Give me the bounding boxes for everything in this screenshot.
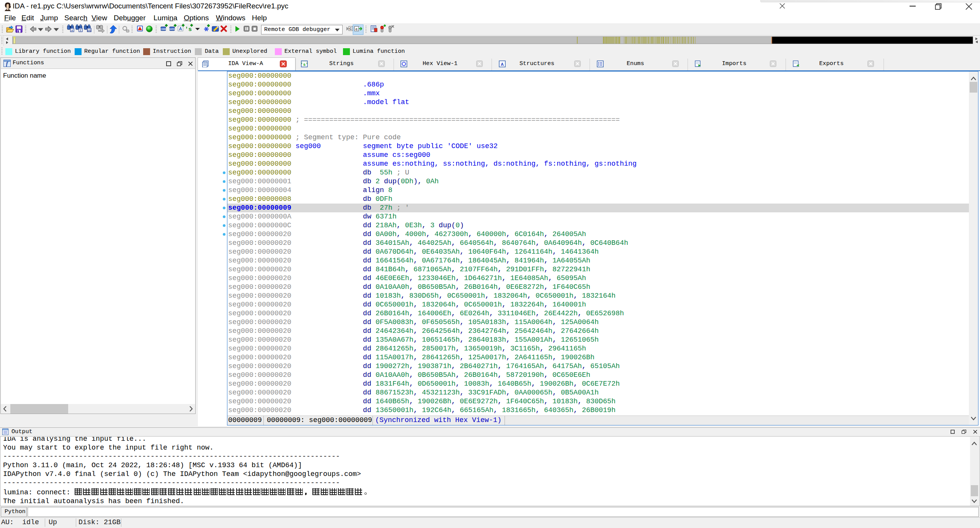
svg-text:DATA: DATA bbox=[169, 28, 175, 30]
svg-text:A: A bbox=[179, 26, 182, 31]
svg-text:C: C bbox=[350, 27, 352, 31]
svg-text:A: A bbox=[501, 62, 504, 67]
svg-text:101: 101 bbox=[87, 29, 91, 32]
svg-text:CODE: CODE bbox=[160, 28, 167, 30]
svg-text:c: c bbox=[356, 27, 358, 31]
svg-text:T: T bbox=[80, 29, 82, 32]
svg-text:'s': 's' bbox=[301, 62, 308, 67]
svg-text:'s: 's bbox=[185, 26, 192, 33]
svg-text:#: # bbox=[71, 29, 73, 32]
